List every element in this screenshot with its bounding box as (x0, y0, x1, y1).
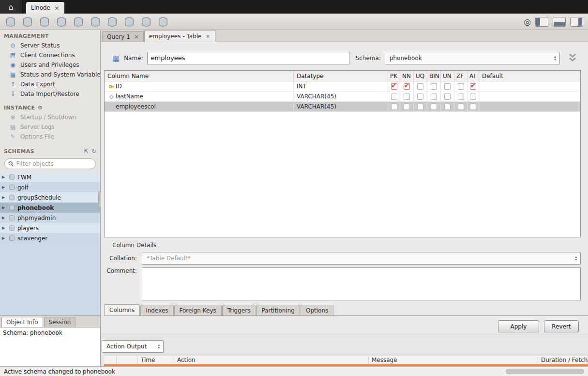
sidebar-item-status-system-variables[interactable]: ▦ Status and System Variables (0, 70, 100, 79)
header-uq: UQ (414, 71, 427, 81)
connection-tab-linode[interactable]: Linode × (26, 2, 64, 14)
tab-object-info[interactable]: Object Info (1, 317, 43, 327)
document-tabbar: Query 1 × employees - Table × (101, 30, 588, 42)
sidebar-item-data-import[interactable]: ↧ Data Import/Restore (0, 89, 100, 99)
sidebar-item-server-status[interactable]: ⊙ Server Status (0, 41, 100, 50)
refresh-schemas-icon[interactable]: ↻ (91, 148, 96, 155)
alter-table-icon[interactable] (90, 16, 101, 28)
toggle-output-panel-icon[interactable] (553, 17, 566, 27)
create-schema-icon[interactable] (39, 16, 50, 28)
sidebar-item-schema-groupschedule[interactable]: ▶ groupSchedule (0, 192, 100, 203)
bin-checkbox[interactable] (431, 104, 437, 110)
action-output-select[interactable]: Action Output ▴▾ (102, 340, 164, 353)
home-button[interactable]: ⌂ (0, 0, 22, 14)
table-row-employeescol[interactable]: employeescol VARCHAR(45) (105, 102, 580, 112)
expand-schemas-icon[interactable]: ⇱ (84, 148, 89, 155)
close-icon[interactable]: × (205, 33, 210, 40)
delete-rows-icon[interactable] (123, 16, 135, 28)
sidebar-item-schema-phonebook[interactable]: ▶ phonebook (0, 203, 100, 213)
header-column-name: Column Name (105, 71, 294, 81)
create-table-icon[interactable] (73, 16, 84, 28)
toggle-sidebar-icon[interactable] (535, 17, 548, 27)
un-checkbox[interactable] (444, 83, 451, 90)
expander-icon[interactable]: ▶ (2, 226, 6, 230)
main-area: Query 1 × employees - Table × ▦ Name: Sc… (101, 30, 588, 366)
output-header-message: Message (369, 356, 538, 364)
collation-select[interactable]: *Table Default* ▴▾ (142, 252, 581, 265)
apply-button[interactable]: Apply (498, 320, 539, 332)
header-bin: BIN (427, 71, 441, 81)
nn-checkbox[interactable] (404, 104, 410, 110)
tab-options[interactable]: Options (301, 305, 333, 315)
un-checkbox[interactable] (444, 94, 451, 100)
tab-foreign-keys[interactable]: Foreign Keys (174, 305, 222, 315)
filter-objects-input[interactable] (16, 160, 92, 167)
tab-triggers[interactable]: Triggers (222, 305, 256, 315)
uq-checkbox[interactable] (417, 104, 423, 110)
expander-icon[interactable]: ▶ (2, 216, 6, 220)
object-info-panel: Schema: phonebook (0, 327, 100, 366)
schema-select[interactable]: phonebook ▴▾ (385, 52, 560, 64)
zf-checkbox[interactable] (458, 94, 464, 100)
expander-icon[interactable]: ▶ (2, 185, 6, 189)
revert-button[interactable]: Revert (544, 320, 579, 332)
sidebar-item-users-privileges[interactable]: ◉ Users and Privileges (0, 60, 100, 70)
column-details-title: Column Details (112, 242, 156, 249)
search-data-icon[interactable] (140, 16, 152, 28)
sidebar-item-schema-golf[interactable]: ▶ golf (0, 182, 100, 192)
expander-icon[interactable]: ▶ (2, 195, 6, 200)
pk-checkbox[interactable] (391, 83, 397, 90)
sidebar-item-schema-fwm[interactable]: ▶ FWM (0, 172, 100, 182)
uq-checkbox[interactable] (417, 83, 423, 90)
expander-icon[interactable]: ▶ (2, 236, 6, 240)
dump-schema-icon[interactable] (56, 16, 67, 28)
sidebar-item-options-file[interactable]: ✎ Options File (0, 132, 100, 141)
expander-icon[interactable]: ▶ (2, 175, 6, 179)
horizontal-scrollbar[interactable] (506, 369, 584, 374)
ai-checkbox[interactable] (470, 83, 476, 90)
expander-icon[interactable]: ▶ (2, 205, 6, 210)
spinner-icon: ▴▾ (157, 344, 161, 349)
sidebar-item-schema-phpmyadmin[interactable]: ▶ phpmyadmin (0, 213, 100, 223)
tab-indexes[interactable]: Indexes (140, 305, 173, 315)
status-indicator-icon[interactable]: ◎ (524, 17, 531, 27)
sidebar-item-server-logs[interactable]: ▤ Server Logs (0, 122, 100, 132)
table-row-id[interactable]: ID INT (105, 81, 580, 92)
zf-checkbox[interactable] (458, 83, 464, 90)
toggle-secondary-sidebar-icon[interactable] (570, 17, 583, 27)
ai-checkbox[interactable] (470, 104, 476, 110)
schema-icon (9, 204, 15, 211)
pk-checkbox[interactable] (391, 104, 397, 110)
uq-checkbox[interactable] (417, 94, 423, 100)
tab-query-1[interactable]: Query 1 × (102, 31, 144, 42)
insert-rows-icon[interactable] (106, 16, 118, 28)
nn-checkbox[interactable] (404, 83, 410, 90)
pk-checkbox[interactable] (391, 94, 397, 100)
new-connection-icon[interactable] (5, 16, 16, 28)
bin-checkbox[interactable] (431, 83, 437, 90)
sidebar-item-client-connections[interactable]: ▤ Client Connections (0, 50, 100, 60)
spinner-icon: ▴▾ (553, 55, 557, 61)
sidebar-item-schema-players[interactable]: ▶ players (0, 223, 100, 233)
open-script-icon[interactable] (22, 16, 33, 28)
bin-checkbox[interactable] (431, 94, 437, 100)
nn-checkbox[interactable] (404, 94, 410, 100)
comment-textarea[interactable] (142, 267, 581, 300)
collapse-editor-header-button[interactable] (566, 53, 579, 63)
table-row-lastname[interactable]: ◇ lastName VARCHAR(45) (105, 92, 580, 102)
statusbar: Active schema changed to phonebook (0, 366, 588, 376)
zf-checkbox[interactable] (458, 104, 464, 110)
tab-session[interactable]: Session (44, 317, 76, 327)
sidebar-item-data-export[interactable]: ↥ Data Export (0, 79, 100, 89)
tab-partitioning[interactable]: Partitioning (256, 305, 300, 315)
tab-employees-table[interactable]: employees - Table × (144, 30, 215, 42)
sidebar-item-startup-shutdown[interactable]: ⊗ Startup / Shutdown (0, 112, 100, 122)
close-icon[interactable]: × (134, 33, 139, 40)
server-admin-icon[interactable] (157, 16, 169, 28)
table-name-input[interactable] (147, 52, 349, 64)
ai-checkbox[interactable] (470, 94, 476, 100)
tab-columns[interactable]: Columns (104, 304, 140, 315)
un-checkbox[interactable] (444, 104, 451, 110)
close-icon[interactable]: × (54, 4, 60, 12)
sidebar-item-schema-scavenger[interactable]: ▶ scavenger (0, 233, 100, 243)
